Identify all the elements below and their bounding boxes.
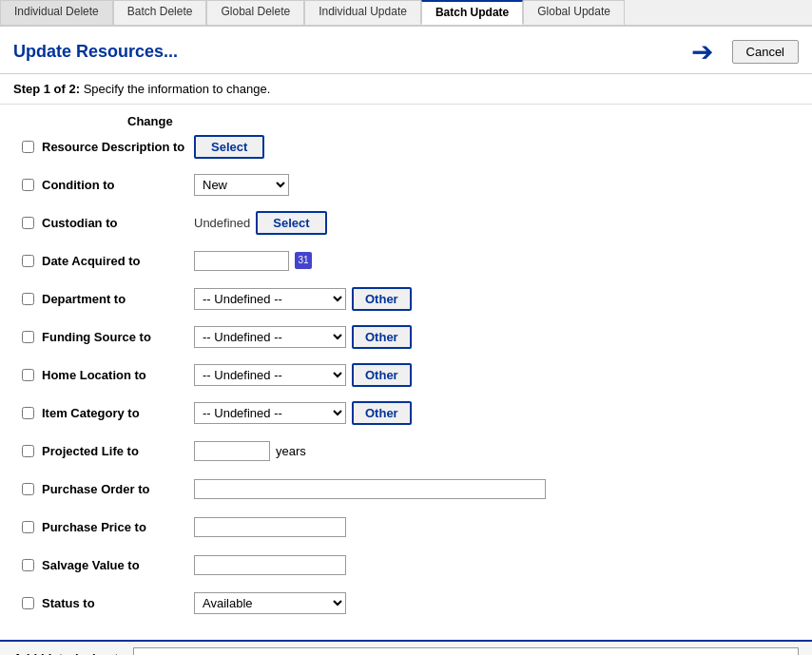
checkbox-funding-source[interactable] bbox=[22, 331, 34, 343]
label-resource-description: Resource Description to bbox=[42, 140, 194, 154]
department-select[interactable]: -- Undefined -- bbox=[194, 288, 346, 310]
checkbox-status[interactable] bbox=[22, 597, 34, 609]
row-resource-description: Resource Description to Select bbox=[13, 132, 799, 161]
tab-bar: Individual Delete Batch Delete Global De… bbox=[0, 0, 812, 27]
row-salvage-value: Salvage Value to bbox=[13, 550, 799, 579]
funding-source-select[interactable]: -- Undefined -- bbox=[194, 326, 346, 348]
row-condition: Condition to New Good Fair Poor bbox=[13, 170, 799, 199]
form-area: Change Resource Description to Select Co… bbox=[0, 110, 812, 640]
label-status: Status to bbox=[42, 596, 194, 610]
control-purchase-price bbox=[194, 517, 346, 537]
status-select[interactable]: Available In Use Retired Missing bbox=[194, 592, 346, 614]
projected-life-input[interactable] bbox=[194, 441, 270, 461]
checkbox-date-acquired[interactable] bbox=[22, 255, 34, 267]
historical-note-input[interactable] bbox=[133, 647, 799, 655]
control-projected-life: years bbox=[194, 441, 306, 461]
label-home-location: Home Location to bbox=[42, 368, 194, 382]
historical-note-row: Add historical note bbox=[0, 640, 812, 655]
row-department: Department to -- Undefined -- Other bbox=[13, 284, 799, 313]
control-purchase-order bbox=[194, 479, 546, 499]
item-category-select[interactable]: -- Undefined -- bbox=[194, 402, 346, 424]
home-location-other-button[interactable]: Other bbox=[352, 363, 412, 387]
condition-select[interactable]: New Good Fair Poor bbox=[194, 174, 289, 196]
step-detail: Specify the information to change. bbox=[80, 82, 270, 96]
header: Update Resources... ➔ Cancel bbox=[0, 27, 812, 74]
control-department: -- Undefined -- Other bbox=[194, 287, 412, 311]
step-label: Step 1 of 2: bbox=[13, 82, 80, 96]
label-salvage-value: Salvage Value to bbox=[42, 558, 194, 572]
checkbox-resource-description[interactable] bbox=[22, 141, 34, 153]
tab-batch-update[interactable]: Batch Update bbox=[421, 0, 523, 25]
checkbox-purchase-price[interactable] bbox=[22, 521, 34, 533]
label-purchase-price: Purchase Price to bbox=[42, 520, 194, 534]
checkbox-item-category[interactable] bbox=[22, 407, 34, 419]
select-custodian-button[interactable]: Select bbox=[256, 211, 326, 235]
tab-individual-delete[interactable]: Individual Delete bbox=[0, 0, 113, 25]
control-status: Available In Use Retired Missing bbox=[194, 592, 346, 614]
row-purchase-price: Purchase Price to bbox=[13, 512, 799, 541]
header-actions: ➔ Cancel bbox=[691, 36, 799, 67]
change-section-label: Change bbox=[127, 114, 799, 128]
control-condition: New Good Fair Poor bbox=[194, 174, 289, 196]
checkbox-home-location[interactable] bbox=[22, 369, 34, 381]
step-description: Step 1 of 2: Specify the information to … bbox=[0, 74, 812, 104]
checkbox-salvage-value[interactable] bbox=[22, 559, 34, 571]
page-title: Update Resources... bbox=[13, 42, 178, 62]
home-location-select[interactable]: -- Undefined -- bbox=[194, 364, 346, 386]
item-category-other-button[interactable]: Other bbox=[352, 401, 412, 425]
row-date-acquired: Date Acquired to 31 bbox=[13, 246, 799, 275]
funding-source-other-button[interactable]: Other bbox=[352, 325, 412, 349]
cancel-button[interactable]: Cancel bbox=[732, 40, 799, 64]
tab-global-update[interactable]: Global Update bbox=[523, 0, 625, 25]
row-funding-source: Funding Source to -- Undefined -- Other bbox=[13, 322, 799, 351]
control-salvage-value bbox=[194, 555, 346, 575]
tab-individual-update[interactable]: Individual Update bbox=[304, 0, 421, 25]
label-date-acquired: Date Acquired to bbox=[42, 254, 194, 268]
select-resource-description-button[interactable]: Select bbox=[194, 135, 264, 159]
row-item-category: Item Category to -- Undefined -- Other bbox=[13, 398, 799, 427]
row-custodian: Custodian to Undefined Select bbox=[13, 208, 799, 237]
control-date-acquired: 31 bbox=[194, 251, 312, 271]
checkbox-purchase-order[interactable] bbox=[22, 483, 34, 495]
checkbox-custodian[interactable] bbox=[22, 217, 34, 229]
label-condition: Condition to bbox=[42, 178, 194, 192]
label-projected-life: Projected Life to bbox=[42, 444, 194, 458]
label-item-category: Item Category to bbox=[42, 406, 194, 420]
control-home-location: -- Undefined -- Other bbox=[194, 363, 412, 387]
custodian-undefined-text: Undefined bbox=[194, 216, 250, 230]
label-department: Department to bbox=[42, 292, 194, 306]
label-funding-source: Funding Source to bbox=[42, 330, 194, 344]
purchase-order-input[interactable] bbox=[194, 479, 546, 499]
row-status: Status to Available In Use Retired Missi… bbox=[13, 588, 799, 617]
years-suffix: years bbox=[276, 444, 306, 458]
tab-batch-delete[interactable]: Batch Delete bbox=[113, 0, 207, 25]
row-projected-life: Projected Life to years bbox=[13, 436, 799, 465]
next-arrow-icon: ➔ bbox=[691, 36, 713, 67]
row-purchase-order: Purchase Order to bbox=[13, 474, 799, 503]
department-other-button[interactable]: Other bbox=[352, 287, 412, 311]
checkbox-projected-life[interactable] bbox=[22, 445, 34, 457]
control-resource-description: Select bbox=[194, 135, 264, 159]
label-custodian: Custodian to bbox=[42, 216, 194, 230]
historical-note-label: Add historical note bbox=[13, 651, 126, 656]
control-item-category: -- Undefined -- Other bbox=[194, 401, 412, 425]
row-home-location: Home Location to -- Undefined -- Other bbox=[13, 360, 799, 389]
label-purchase-order: Purchase Order to bbox=[42, 482, 194, 496]
tab-global-delete[interactable]: Global Delete bbox=[206, 0, 304, 25]
calendar-icon[interactable]: 31 bbox=[295, 252, 312, 269]
date-acquired-input[interactable] bbox=[194, 251, 289, 271]
purchase-price-input[interactable] bbox=[194, 517, 346, 537]
checkbox-condition[interactable] bbox=[22, 179, 34, 191]
control-funding-source: -- Undefined -- Other bbox=[194, 325, 412, 349]
checkbox-department[interactable] bbox=[22, 293, 34, 305]
control-custodian: Undefined Select bbox=[194, 211, 327, 235]
salvage-value-input[interactable] bbox=[194, 555, 346, 575]
